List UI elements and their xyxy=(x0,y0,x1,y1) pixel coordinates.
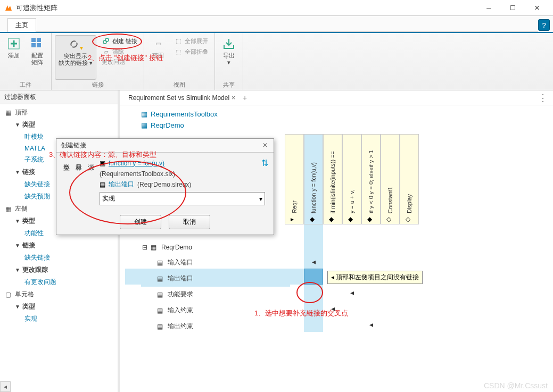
dialog-source-link[interactable]: function y = fcn(u,v) xyxy=(109,160,164,167)
link-plus-icon xyxy=(102,37,110,45)
row-header[interactable]: ▤输出约束 xyxy=(141,319,290,335)
link-mark[interactable]: ◂ xyxy=(361,316,381,332)
col-header[interactable]: y = u + v;◆ xyxy=(342,134,361,224)
minimize-button[interactable]: ─ xyxy=(477,1,501,15)
create-link-button[interactable]: 创建 链接 xyxy=(100,36,139,46)
link-mark[interactable]: ◂ xyxy=(304,254,323,270)
col-header[interactable]: Display◇ xyxy=(400,134,419,224)
tree-implement[interactable]: 实现 xyxy=(0,313,118,325)
req-icon: ▤ xyxy=(100,181,105,188)
swap-icon[interactable]: ⇅ xyxy=(261,158,268,168)
window-title: 可追溯性矩阵 xyxy=(16,3,477,13)
filter-panel: 过滤器面板 ▦顶部 ▼类型 叶模块 MATLA 子系统 ▼链接 缺失链接 缺失预… xyxy=(0,90,120,392)
panel-collapse-button[interactable]: ◂ xyxy=(0,381,11,392)
table-icon: ▦ xyxy=(5,205,13,213)
col-header[interactable]: function y = fcn(u,v)◆ xyxy=(304,134,323,224)
titlebar: 可追溯性矩阵 ─ ☐ ✕ xyxy=(0,0,553,16)
close-button[interactable]: ✕ xyxy=(525,1,549,15)
watermark: CSDN @Mr.Cssust xyxy=(484,381,548,390)
selected-cell[interactable] xyxy=(304,269,323,285)
highlight-missing-button[interactable]: 突出显示 缺失的链接 ▾ xyxy=(55,35,96,80)
block-icon: ◇ xyxy=(386,215,394,223)
dialog-dest-link[interactable]: 输出端口 xyxy=(109,180,134,189)
close-icon[interactable]: × xyxy=(232,94,235,102)
document-tab-bar: Requirement Set vs Simulink Model× + ⋮ xyxy=(120,90,553,105)
app-icon xyxy=(4,4,13,12)
svg-rect-5 xyxy=(31,43,36,47)
expand-icon: ⬚ xyxy=(174,37,183,45)
export-button[interactable]: 导出 ▾ xyxy=(218,35,240,80)
row-header[interactable]: ▤功能要求 xyxy=(141,287,290,303)
req-icon: ▤ xyxy=(157,307,164,314)
chevron-down-icon: ▾ xyxy=(259,195,262,203)
help-button[interactable]: ? xyxy=(538,19,550,31)
tree-top[interactable]: ▦顶部 xyxy=(0,106,118,119)
tree-type3[interactable]: ▼类型 xyxy=(0,301,118,313)
maximize-button[interactable]: ☐ xyxy=(501,1,525,15)
content-area: Requirement Set vs Simulink Model× + ⋮ ▦… xyxy=(120,90,553,392)
tree-cell[interactable]: ▢单元格 xyxy=(0,288,118,301)
plus-icon xyxy=(6,36,21,51)
create-link-dialog: 创建链接 ✕ 源 目标 类型 ▣ function y = fcn(u,v) ⇅… xyxy=(56,138,274,235)
collapse-all-button[interactable]: ⬚ 全部折叠 xyxy=(172,47,210,56)
scope-icon: ▭ xyxy=(151,36,166,51)
doc-icon: ▦ xyxy=(141,110,147,118)
document-tab[interactable]: Requirement Set vs Simulink Model× xyxy=(124,93,240,103)
col-header[interactable]: Constant1◇ xyxy=(381,134,400,224)
dialog-field-labels: 源 目标 类型 xyxy=(62,157,95,205)
req-icon: ▸ xyxy=(291,215,298,223)
col-header[interactable]: if y < 0 y = 0; elseif y > 1◆ xyxy=(361,134,381,224)
row-header[interactable]: ▤输入约束 xyxy=(141,303,290,319)
tree-type[interactable]: ▼类型 xyxy=(0,119,118,131)
dialog-type-select[interactable]: 实现▾ xyxy=(100,192,265,205)
grid-icon xyxy=(30,36,45,51)
dialog-source: ▣ function y = fcn(u,v) ⇅ xyxy=(100,157,268,169)
dialog-title: 创建链接 xyxy=(61,141,261,150)
svg-rect-3 xyxy=(31,38,36,42)
hierarchy-item[interactable]: ▦RequirementsToolbox xyxy=(141,109,542,120)
row-header[interactable]: ⊟▦ReqrDemo xyxy=(141,240,290,255)
row-list: ⊟▦ReqrDemo ▤输入端口 ▤输出端口 ▤功能要求 ▤输入约束 ▤输出约束 xyxy=(141,240,290,335)
col-header[interactable]: Reqr▸ xyxy=(285,134,304,224)
collapse-icon: ⬚ xyxy=(174,47,183,56)
tree-link2[interactable]: ▼链接 xyxy=(0,239,118,252)
svg-rect-6 xyxy=(37,43,41,47)
req-icon: ▤ xyxy=(157,291,164,298)
tree-has-change[interactable]: 有更改问题 xyxy=(0,276,118,288)
config-matrix-button[interactable]: 配置 矩阵 xyxy=(27,35,48,80)
dialog-dest: ▤ 输出端口 (ReqrDemo.slreqx) xyxy=(100,179,268,190)
dialog-create-button[interactable]: 创建 xyxy=(120,215,161,229)
expand-all-button[interactable]: ⬚ 全部展开 xyxy=(172,36,210,46)
link-mark[interactable]: ◂ xyxy=(342,285,361,301)
table-icon: ▦ xyxy=(5,109,13,116)
more-menu[interactable]: ⋮ xyxy=(538,92,549,104)
more-issues-button[interactable]: 更改问题 xyxy=(100,57,139,66)
eraser-icon: ▱ xyxy=(102,47,110,56)
dialog-cancel-button[interactable]: 取消 xyxy=(169,215,210,229)
tooltip: ◂ 顶部和左侧项目之间没有链接 xyxy=(327,271,423,284)
tree-missing-link2[interactable]: 缺失链接 xyxy=(0,252,118,264)
svg-marker-7 xyxy=(80,47,83,50)
link-warn-icon xyxy=(68,37,83,52)
req-icon: ▤ xyxy=(157,275,164,282)
add-button[interactable]: 添加 xyxy=(3,35,24,80)
filter-panel-title: 过滤器面板 xyxy=(0,90,118,104)
col-header[interactable]: if min(isfinite(inputs)) ==◆ xyxy=(323,134,342,224)
row-header[interactable]: ▤输入端口 xyxy=(141,255,290,271)
clear-button[interactable]: ▱ 清除 xyxy=(100,47,139,56)
svg-rect-4 xyxy=(37,38,41,42)
scope-button[interactable]: ▭ 范围 xyxy=(147,35,169,80)
row-header[interactable]: ▤输出端口 xyxy=(141,271,290,287)
block-icon: ◆ xyxy=(329,215,336,223)
tab-home[interactable]: 主页 xyxy=(7,18,36,32)
svg-point-9 xyxy=(105,38,109,41)
tree-change-track[interactable]: ▼更改跟踪 xyxy=(0,264,118,276)
new-tab-button[interactable]: + xyxy=(243,94,247,102)
cell-icon: ▢ xyxy=(5,291,13,298)
dialog-close-button[interactable]: ✕ xyxy=(261,141,269,150)
ribbon: 添加 配置 矩阵 工件 突出显示 缺失的链接 ▾ 创建 链接 ▱ 清除 xyxy=(0,32,553,90)
block-icon: ◇ xyxy=(406,215,413,223)
req-icon: ▤ xyxy=(157,259,164,266)
hierarchy-item[interactable]: ▦ReqrDemo xyxy=(141,120,542,131)
link-mark[interactable]: ◂ xyxy=(323,301,342,316)
